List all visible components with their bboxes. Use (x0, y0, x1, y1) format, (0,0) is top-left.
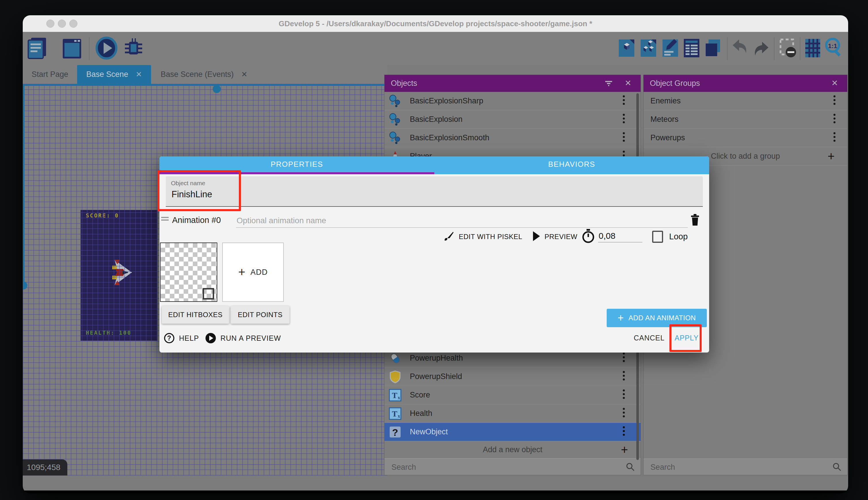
object-editor-dialog: PROPERTIES BEHAVIORS Object name Animati… (160, 156, 709, 353)
group-label: Enemies (650, 96, 681, 105)
close-panel-icon[interactable]: ✕ (831, 78, 838, 88)
plus-icon[interactable]: + (621, 444, 628, 456)
tab-start-page[interactable]: Start Page (23, 65, 77, 84)
toolbar-divider (89, 37, 90, 60)
dialog-tab-behaviors[interactable]: BEHAVIORS (434, 156, 709, 172)
row-menu-icon[interactable] (623, 95, 625, 107)
row-menu-icon[interactable] (833, 132, 836, 144)
filter-icon[interactable] (605, 79, 613, 89)
object-row[interactable]: PowerupShield (385, 367, 641, 386)
row-menu-icon[interactable] (623, 132, 625, 144)
dialog-tab-properties[interactable]: PROPERTIES (160, 156, 434, 172)
object-row[interactable]: BasicExplosionSmooth (385, 129, 641, 147)
object-label: BasicExplosionSmooth (410, 133, 489, 142)
add-object-label: Add a new object (483, 445, 542, 454)
svg-text:1:1: 1:1 (828, 42, 837, 49)
add-frame-button[interactable]: + ADD (222, 242, 284, 302)
object-name-field[interactable]: Object name (166, 176, 703, 207)
pill-icon (388, 352, 402, 365)
objects-panel-header: Objects ✕ (385, 75, 641, 92)
object-row[interactable]: Tx Health (385, 405, 641, 423)
object-row[interactable]: BasicExplosion (385, 110, 641, 129)
objects-editor-icon[interactable] (618, 36, 635, 61)
svg-text:?: ? (167, 334, 171, 342)
search-icon (626, 462, 635, 471)
objects-search-input[interactable] (391, 461, 571, 474)
loop-label: Loop (669, 232, 688, 241)
delete-animation-icon[interactable] (689, 213, 701, 228)
object-groups-panel-header: Object Groups ✕ (644, 75, 847, 92)
edit-points-button[interactable]: EDIT POINTS (231, 306, 290, 324)
edit-hitboxes-button[interactable]: EDIT HITBOXES (162, 306, 229, 324)
plus-icon[interactable]: + (828, 150, 835, 162)
add-object-row[interactable]: Add a new object + (385, 441, 641, 458)
tab-base-scene-events[interactable]: Base Scene (Events) ✕ (151, 65, 257, 84)
text-object-icon: Tx (388, 388, 402, 402)
player-ship-sprite[interactable] (109, 258, 132, 288)
play-icon[interactable] (532, 231, 541, 243)
cancel-button[interactable]: CANCEL (634, 334, 665, 342)
add-group-label: Click to add a group (711, 152, 780, 161)
project-manager-icon[interactable] (25, 36, 49, 61)
tab-base-scene[interactable]: Base Scene ✕ (77, 65, 151, 84)
toggle-mask-icon[interactable] (778, 36, 797, 61)
frame-thumbnail[interactable] (160, 242, 217, 302)
dialog-tab-bar: PROPERTIES BEHAVIORS (160, 156, 709, 174)
row-menu-icon[interactable] (623, 408, 625, 419)
toggle-grid-icon[interactable] (804, 36, 822, 61)
object-row[interactable]: Tx Score (385, 386, 641, 405)
group-row[interactable]: Powerups (644, 129, 847, 147)
close-tab-icon[interactable]: ✕ (241, 70, 247, 79)
main-toolbar: 1:1 (23, 32, 848, 65)
play-preview-icon[interactable] (94, 36, 119, 61)
particles-icon (388, 94, 402, 108)
row-menu-icon[interactable] (833, 114, 836, 125)
canvas-vertical-scrollbar-thumb[interactable] (23, 281, 27, 289)
row-menu-icon[interactable] (833, 95, 836, 107)
zoom-original-icon[interactable]: 1:1 (824, 36, 844, 61)
editor-tab-bar: Start Page Base Scene ✕ Base Scene (Even… (23, 65, 387, 84)
close-tab-icon[interactable]: ✕ (136, 70, 142, 79)
particles-icon (388, 113, 402, 126)
row-menu-icon[interactable] (623, 426, 625, 438)
frame-duration-input[interactable] (598, 231, 642, 242)
canvas-vertical-scrollbar[interactable] (23, 86, 24, 281)
object-row-selected[interactable]: ? NewObject (385, 423, 641, 441)
scene-properties-icon[interactable] (661, 36, 679, 61)
row-menu-icon[interactable] (623, 371, 625, 383)
row-menu-icon[interactable] (623, 353, 625, 364)
preview-button[interactable]: PREVIEW (544, 233, 577, 241)
groups-search-input[interactable] (650, 461, 794, 474)
object-label: BasicExplosionSharp (410, 96, 483, 105)
play-circle-icon (205, 332, 216, 344)
desktop: GDevelop 5 - /Users/dkarakay/Documents/G… (0, 0, 868, 500)
instances-list-icon[interactable] (640, 36, 657, 61)
frame-select-checkbox[interactable] (203, 288, 214, 299)
row-menu-icon[interactable] (623, 114, 625, 125)
object-row[interactable]: BasicExplosionSharp (385, 92, 641, 110)
help-icon: ? (163, 332, 175, 344)
instance-properties-icon[interactable] (683, 36, 701, 61)
canvas-horizontal-scrollbar-thumb[interactable] (213, 85, 221, 93)
group-row[interactable]: Enemies (644, 92, 847, 110)
start-page-icon[interactable] (59, 36, 83, 61)
undo-icon[interactable] (730, 36, 749, 61)
loop-checkbox[interactable] (652, 231, 663, 243)
canvas-horizontal-scrollbar[interactable] (23, 84, 387, 86)
layers-icon[interactable] (704, 36, 722, 61)
drag-handle-icon[interactable] (161, 217, 169, 221)
row-menu-icon[interactable] (623, 389, 625, 401)
animation-name-input[interactable] (236, 214, 688, 228)
close-panel-icon[interactable]: ✕ (625, 78, 631, 88)
edit-with-piskel-button[interactable]: EDIT WITH PISKEL (459, 233, 523, 241)
debug-icon[interactable] (121, 36, 145, 61)
brush-icon[interactable] (443, 231, 454, 243)
group-row[interactable]: Meteors (644, 110, 847, 129)
help-button[interactable]: ? HELP (163, 331, 199, 345)
redo-icon[interactable] (752, 36, 771, 61)
stopwatch-icon (581, 228, 595, 245)
particles-icon (388, 131, 402, 145)
add-frame-label: ADD (250, 268, 268, 277)
run-a-preview-button[interactable]: RUN A PREVIEW (205, 331, 281, 345)
game-score-text: SCORE: 0 (86, 212, 119, 219)
